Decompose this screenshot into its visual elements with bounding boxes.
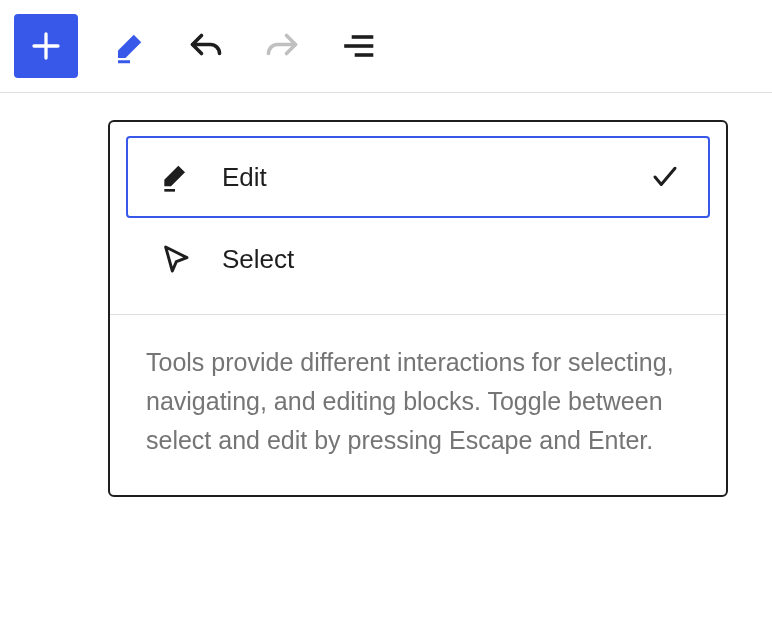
menu-item-select[interactable]: Select bbox=[126, 218, 710, 300]
check-icon bbox=[650, 162, 680, 192]
plus-icon bbox=[28, 28, 64, 64]
tools-menu: Edit Select bbox=[110, 136, 726, 314]
edit-pencil-icon bbox=[112, 28, 148, 64]
toolbar-divider bbox=[0, 92, 772, 93]
cursor-icon bbox=[158, 243, 192, 275]
document-overview-button[interactable] bbox=[334, 22, 382, 70]
redo-button[interactable] bbox=[258, 22, 306, 70]
undo-icon bbox=[188, 28, 224, 64]
menu-item-edit[interactable]: Edit bbox=[126, 136, 710, 218]
tools-help-text: Tools provide different interactions for… bbox=[110, 315, 726, 495]
add-block-button[interactable] bbox=[14, 14, 78, 78]
tools-button[interactable] bbox=[106, 22, 154, 70]
details-icon bbox=[340, 28, 376, 64]
redo-icon bbox=[264, 28, 300, 64]
menu-item-label: Select bbox=[222, 244, 620, 275]
tools-dropdown: Edit Select Tools provide different inte… bbox=[108, 120, 728, 497]
editor-toolbar bbox=[0, 0, 772, 92]
edit-pencil-icon bbox=[158, 161, 192, 193]
menu-item-label: Edit bbox=[222, 162, 620, 193]
undo-button[interactable] bbox=[182, 22, 230, 70]
